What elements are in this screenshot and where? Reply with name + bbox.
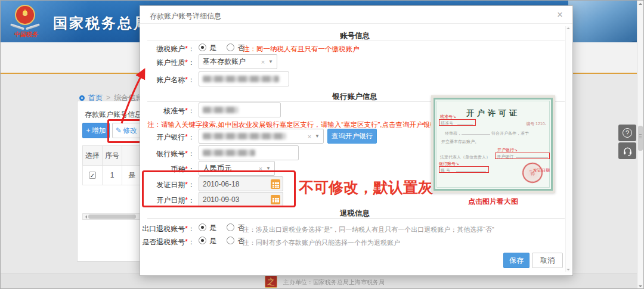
opening-bank-select[interactable]: × ▼ <box>199 129 324 144</box>
tax-account-label: 缴税账户*： <box>140 44 195 54</box>
approval-no-label: 核准号*： <box>140 106 195 116</box>
export-refund-note: 注：涉及出口退税业务选择“是”，同一纳税人有且只有一个出口退税账户；其他选择“否… <box>243 225 494 234</box>
close-icon[interactable]: × <box>555 10 565 20</box>
caret-down-icon: ▼ <box>268 59 273 64</box>
section-divider <box>147 218 565 219</box>
cert-open-line: 开立基本存款账户。 <box>441 139 479 145</box>
vscroll-thumb[interactable] <box>638 126 643 151</box>
row-select-cell[interactable]: ✓ <box>83 166 103 185</box>
currency-select[interactable]: 人民币元 × ▼ <box>199 161 275 176</box>
open-date-input[interactable]: 2010-09-03 <box>199 192 283 207</box>
headset-icon <box>623 146 633 156</box>
account-name-input[interactable] <box>199 72 289 86</box>
hscroll-thumb[interactable] <box>88 215 136 219</box>
permit-certificate: 开户许可证 核准号↘ 核准号 编号 1210- 经审核， 符合开户条件，准予 开… <box>434 98 553 191</box>
is-refund-note: 注：同时有多个存款账户的只能选择一个作为退税账户 <box>243 238 400 247</box>
section-divider <box>147 41 565 41</box>
scroll-up-icon[interactable] <box>639 3 642 5</box>
issue-date-input[interactable]: 2010-06-18 <box>199 176 283 191</box>
export-refund-yes-radio[interactable] <box>199 223 206 231</box>
page-scrollbar[interactable] <box>637 1 643 289</box>
clear-icon[interactable]: × <box>308 133 311 140</box>
plus-icon: + <box>86 126 90 135</box>
is-refund-no-radio[interactable] <box>227 237 234 244</box>
currency-label: 币种*： <box>140 164 195 175</box>
col-select: 选择 <box>83 146 103 166</box>
cert-review-line: 经审核， 符合开户条件，准予 <box>445 130 529 136</box>
export-refund-label: 出口退税账号*： <box>140 224 195 234</box>
section-account-header: 账号信息 <box>140 31 569 41</box>
is-refund-label: 是否退税账号*： <box>140 237 195 247</box>
tax-account-yes-radio[interactable] <box>199 43 206 51</box>
view-large-image-link[interactable]: 点击图片看大图 <box>431 197 555 207</box>
dialog-titlebar: 存款账户账号详细信息 × <box>140 6 572 24</box>
not-editable-annotation: 不可修改，默认置灰 <box>299 178 433 197</box>
floating-toolbar: ? <box>618 125 636 160</box>
scroll-down-icon[interactable] <box>639 285 642 287</box>
clear-icon[interactable]: × <box>259 165 262 172</box>
help-button[interactable]: ? <box>618 125 636 141</box>
table-header-row: 选择 序号 <box>83 146 142 166</box>
approval-no-input[interactable] <box>199 102 281 117</box>
caret-down-icon: ▼ <box>315 133 320 139</box>
account-nature-select[interactable]: 基本存款账户 × ▼ <box>199 54 277 69</box>
dialog-title: 存款账户账号详细信息 <box>150 11 221 21</box>
screenshot-root: ★ 中国税务 国家税务总局上海 首页 > 综合信息报告 存款账户账号信息 +增加… <box>0 0 644 289</box>
account-nature-label: 账户性质*： <box>140 58 195 68</box>
add-button[interactable]: +增加 <box>82 123 110 138</box>
clear-icon[interactable]: × <box>261 58 265 66</box>
cert-anno-issue: ←发证日期 <box>529 167 550 173</box>
deposit-account-table: 选择 序号 ✓ 1 是 <box>82 145 142 185</box>
col-seq: 序号 <box>103 146 122 166</box>
help-icon: ? <box>623 128 632 138</box>
calendar-icon[interactable] <box>271 179 280 189</box>
masked-value <box>203 150 255 156</box>
query-bank-button[interactable]: 查询开户银行 <box>327 129 377 144</box>
logo-caption: 中国税务 <box>8 30 44 39</box>
is-refund-yes-radio[interactable] <box>199 237 206 244</box>
row-flag-cell: 是 <box>122 166 142 185</box>
masked-value <box>203 76 279 82</box>
col-cut <box>122 146 142 166</box>
footer-text: 主办单位：国家税务总局上海市税务局 <box>283 278 385 287</box>
emblem-star-icon: ★ <box>16 8 34 15</box>
permit-image[interactable]: 开户许可证 核准号↘ 核准号 编号 1210- 经审核， 符合开户条件，准予 开… <box>431 95 555 193</box>
masked-value <box>203 107 239 113</box>
cert-approval-box: 核准号 <box>439 119 476 126</box>
section-refund-header: 退税信息 <box>140 209 569 219</box>
service-button[interactable] <box>618 142 636 159</box>
cert-account-box: 账 号 <box>439 166 489 173</box>
cert-serial: 编号 1210- <box>526 121 546 127</box>
issue-date-label: 发证日期*： <box>140 180 195 190</box>
dialog-scrollbar[interactable] <box>565 26 571 272</box>
account-name-label: 账户名称*： <box>140 75 195 85</box>
open-date-label: 开户日期*： <box>140 195 195 206</box>
bank-account-input[interactable] <box>199 145 299 160</box>
bank-search-note: 注：请输入关键字搜索,如中国农业发展银行嘉定区支行，请输入“嘉定区支行”,点击查… <box>147 120 451 129</box>
footer-logo: 之 <box>265 275 277 288</box>
export-refund-no-radio[interactable] <box>227 223 234 231</box>
caret-down-icon: ▼ <box>266 166 271 171</box>
tax-emblem-icon: ★ <box>15 5 35 25</box>
scroll-left-icon[interactable] <box>83 215 87 219</box>
tax-account-note: 注：同一纳税人有且只有一个缴税账户 <box>243 45 360 54</box>
tax-account-no-radio[interactable] <box>227 43 234 51</box>
save-button[interactable]: 保存 <box>503 253 530 268</box>
masked-value <box>203 133 286 139</box>
horizontal-scrollbar[interactable] <box>82 213 141 220</box>
bank-account-label: 银行账号*： <box>140 149 195 159</box>
cert-legal-line: 法定代表人（单位负责人） <box>440 154 490 160</box>
row-checkbox[interactable]: ✓ <box>89 172 96 179</box>
pencil-icon: ✎ <box>116 126 122 135</box>
table-row[interactable]: ✓ 1 是 <box>83 166 142 185</box>
cancel-button[interactable]: 取消 <box>532 253 563 268</box>
row-seq-cell: 1 <box>103 166 122 185</box>
account-detail-dialog: 存款账户账号详细信息 × 账号信息 缴税账户*： 是 否 注：同一纳税人有且只有… <box>140 5 573 276</box>
edit-button[interactable]: ✎修改 <box>112 123 141 138</box>
opening-bank-label: 开户银行*： <box>140 132 195 142</box>
calendar-icon[interactable] <box>271 195 280 204</box>
panel-title: 存款账户账号信息 <box>85 110 142 120</box>
cert-bank-box: 开户银行 <box>495 153 550 159</box>
